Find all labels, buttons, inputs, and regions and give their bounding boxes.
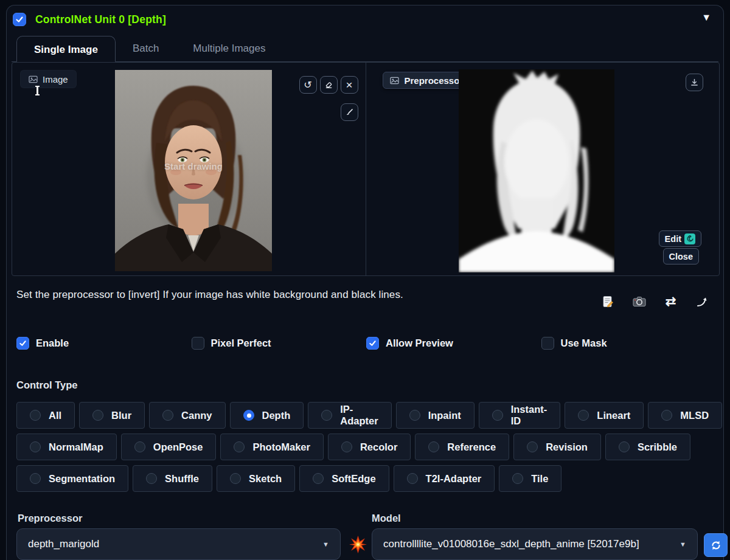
edit-in-photopea-button[interactable]: Edit	[659, 230, 701, 247]
brush-icon[interactable]	[341, 103, 358, 121]
tab-single-image[interactable]: Single Image	[16, 36, 116, 62]
model-dropdown[interactable]: controllllite_v01008016e_sdxl_depth_anim…	[372, 528, 698, 560]
refresh-models-button[interactable]	[704, 533, 728, 557]
control-type-sketch[interactable]: Sketch	[217, 465, 295, 492]
control-type-normalmap[interactable]: NormalMap	[16, 434, 117, 460]
radio-icon	[234, 441, 245, 452]
unit-enabled-checkbox[interactable]	[13, 13, 26, 26]
input-mode-tabs: Single Image Batch Multiple Images	[12, 35, 718, 62]
radio-selected-icon	[243, 410, 254, 421]
checkbox-unchecked-icon	[541, 337, 554, 350]
download-icon[interactable]	[686, 74, 703, 91]
radio-icon	[30, 473, 41, 484]
radio-icon	[146, 473, 157, 484]
chevron-down-icon: ▼	[322, 541, 329, 548]
download-glyph	[690, 78, 699, 87]
image-label-pill[interactable]: Image	[20, 70, 77, 88]
image-region: Image	[12, 62, 720, 276]
radio-icon	[492, 410, 503, 421]
radio-icon	[512, 473, 523, 484]
radio-icon	[134, 441, 145, 452]
control-type-all[interactable]: All	[16, 402, 75, 429]
control-type-tile[interactable]: Tile	[499, 465, 561, 492]
control-type-scribble[interactable]: Scribble	[605, 434, 690, 460]
control-type-reference[interactable]: Reference	[415, 434, 509, 460]
toggle-allow-preview[interactable]: Allow Preview	[366, 337, 541, 350]
image-label: Image	[43, 74, 68, 85]
checkbox-checked-icon	[16, 337, 29, 350]
option-toggles: Enable Pixel Perfect Allow Preview Use M…	[16, 337, 716, 350]
eraser-icon[interactable]	[320, 76, 338, 94]
controlnet-unit-panel: ControlNet Unit 0 [Depth] ▼ Single Image…	[6, 5, 724, 560]
image-icon	[390, 76, 399, 85]
source-image-canvas[interactable]: Start drawing	[115, 70, 272, 271]
quick-actions: ⇄	[600, 294, 710, 309]
radio-icon	[341, 441, 352, 452]
run-preprocessor-icon[interactable]	[349, 536, 367, 553]
control-type-options: All Blur Canny Depth IP-Adapter Inpaint …	[16, 402, 722, 497]
collapse-arrow-icon[interactable]: ▼	[701, 12, 711, 23]
radio-icon	[321, 410, 332, 421]
send-dimensions-icon[interactable]	[695, 294, 710, 309]
toggle-use-mask[interactable]: Use Mask	[541, 337, 717, 350]
close-preview-button[interactable]: Close	[663, 248, 700, 264]
control-type-ip-adapter[interactable]: IP-Adapter	[308, 402, 391, 429]
control-type-blur[interactable]: Blur	[79, 402, 145, 429]
control-type-label: Control Type	[16, 379, 78, 391]
model-value: controllllite_v01008016e_sdxl_depth_anim…	[383, 538, 639, 550]
control-type-recolor[interactable]: Recolor	[328, 434, 411, 460]
tab-multiple-images[interactable]: Multiple Images	[176, 35, 282, 61]
invert-hint-text: Set the preprocessor to [invert] If your…	[16, 289, 403, 301]
undo-icon[interactable]: ↺	[299, 76, 317, 94]
control-type-openpose[interactable]: OpenPose	[121, 434, 217, 460]
radio-icon	[527, 441, 538, 452]
toggle-pixel-perfect[interactable]: Pixel Perfect	[192, 337, 367, 350]
preprocessor-preview-image	[459, 69, 614, 272]
control-type-segmentation[interactable]: Segmentation	[16, 465, 128, 492]
radio-icon	[409, 410, 420, 421]
unit-title: ControlNet Unit 0 [Depth]	[35, 13, 166, 26]
control-type-instant-id[interactable]: Instant-ID	[479, 402, 561, 429]
preprocessor-label: Preprocessor	[18, 513, 82, 524]
preprocessor-dropdown[interactable]: depth_marigold ▼	[16, 528, 341, 560]
control-type-depth[interactable]: Depth	[230, 402, 304, 429]
camera-icon[interactable]	[631, 294, 647, 309]
depth-map	[459, 69, 614, 272]
radio-icon	[428, 441, 439, 452]
control-type-canny[interactable]: Canny	[149, 402, 225, 429]
text-cursor-icon	[36, 86, 38, 95]
preview-pane: Preprocessor Preview	[366, 63, 720, 275]
memo-icon[interactable]	[600, 294, 615, 309]
control-type-t2i-adapter[interactable]: T2I-Adapter	[394, 465, 495, 492]
control-type-softedge[interactable]: SoftEdge	[299, 465, 389, 492]
source-image-pane[interactable]: Image	[12, 63, 366, 275]
clear-image-icon[interactable]: ×	[341, 76, 358, 94]
radio-icon	[30, 410, 41, 421]
radio-icon	[661, 410, 672, 421]
radio-icon	[313, 473, 324, 484]
control-type-shuffle[interactable]: Shuffle	[133, 465, 212, 492]
chevron-down-icon: ▼	[680, 541, 686, 548]
image-icon	[29, 75, 38, 84]
photopea-logo-icon	[684, 233, 695, 244]
canvas-toolbar: ↺ ×	[299, 76, 358, 121]
control-type-photomaker[interactable]: PhotoMaker	[220, 434, 323, 460]
model-label: Model	[372, 513, 401, 524]
radio-icon	[407, 473, 418, 484]
check-icon	[15, 15, 24, 24]
portrait-photo	[115, 70, 272, 271]
control-type-inpaint[interactable]: Inpaint	[396, 402, 474, 429]
radio-icon	[230, 473, 241, 484]
control-type-revision[interactable]: Revision	[513, 434, 601, 460]
radio-icon	[619, 441, 630, 452]
swap-images-icon[interactable]: ⇄	[663, 294, 678, 309]
refresh-icon	[710, 539, 722, 551]
control-type-lineart[interactable]: Lineart	[565, 402, 644, 429]
tab-batch[interactable]: Batch	[116, 35, 176, 61]
eraser-glyph	[324, 80, 333, 89]
checkbox-checked-icon	[366, 337, 379, 350]
toggle-enable[interactable]: Enable	[16, 337, 192, 350]
control-type-mlsd[interactable]: MLSD	[648, 402, 722, 429]
close-label: Close	[669, 252, 693, 261]
radio-icon	[30, 441, 41, 452]
